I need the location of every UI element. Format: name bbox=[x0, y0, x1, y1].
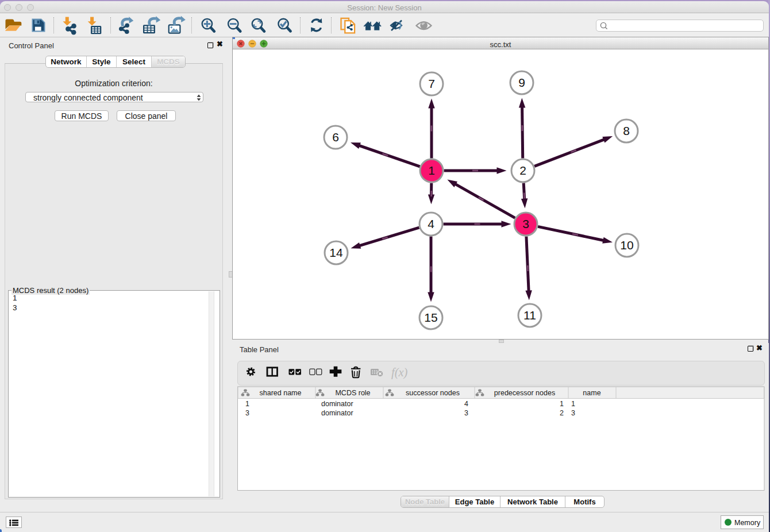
svg-text:predecessor nodes: predecessor nodes bbox=[494, 389, 555, 397]
svg-text:shared name: shared name bbox=[260, 389, 302, 397]
svg-text:14: 14 bbox=[329, 246, 343, 259]
svg-text:3: 3 bbox=[522, 217, 529, 230]
svg-text:2: 2 bbox=[560, 409, 564, 417]
svg-text:successor nodes: successor nodes bbox=[406, 389, 460, 397]
svg-text:dominator: dominator bbox=[321, 400, 353, 408]
svg-text:1: 1 bbox=[571, 400, 575, 408]
svg-text:7: 7 bbox=[428, 77, 435, 90]
svg-text:10: 10 bbox=[620, 238, 633, 252]
svg-text:4: 4 bbox=[464, 400, 468, 408]
svg-text:3: 3 bbox=[571, 409, 575, 417]
svg-text:f(x): f(x) bbox=[391, 366, 408, 379]
svg-text:dominator: dominator bbox=[321, 409, 353, 417]
svg-text:3: 3 bbox=[464, 409, 468, 417]
svg-text:6: 6 bbox=[332, 130, 339, 144]
svg-text:11: 11 bbox=[523, 309, 536, 322]
svg-text:1: 1 bbox=[428, 164, 435, 177]
svg-text:name: name bbox=[583, 389, 600, 397]
svg-text:1: 1 bbox=[245, 400, 249, 408]
svg-text:3: 3 bbox=[245, 409, 249, 417]
svg-text:2: 2 bbox=[519, 164, 526, 177]
svg-text:8: 8 bbox=[623, 124, 630, 137]
svg-text:4: 4 bbox=[428, 217, 434, 230]
svg-text:1: 1 bbox=[560, 400, 564, 408]
svg-text:MCDS role: MCDS role bbox=[335, 389, 370, 397]
svg-text:15: 15 bbox=[424, 311, 437, 324]
svg-text:9: 9 bbox=[518, 76, 525, 89]
